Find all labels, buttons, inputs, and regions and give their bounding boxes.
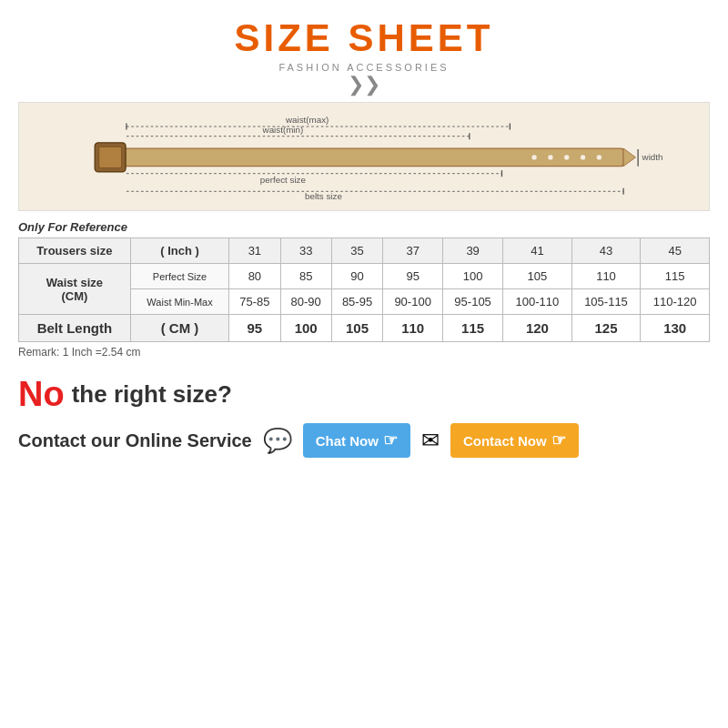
belt-diagram: width waist(max) waist(min) perfect size… [18,102,710,211]
bl-43: 125 [571,315,641,342]
wm-35: 85-95 [331,289,382,315]
hand-icon-contact: ☞ [551,430,566,450]
chevron-icon: ❯❯ [348,75,380,95]
col-33: 33 [280,238,331,264]
col-37: 37 [383,238,443,264]
ps-39: 100 [443,264,503,289]
right-size-text: the right size? [72,380,232,409]
wm-39: 95-105 [443,289,503,315]
wm-43: 105-115 [571,289,641,315]
ps-45: 115 [641,264,710,289]
page-title: SIZE SHEET [234,16,493,60]
ps-31: 80 [229,264,280,289]
contact-now-button[interactable]: Contact Now ☞ [450,423,579,458]
bl-41: 120 [503,315,572,342]
col-41: 41 [503,238,572,264]
col-31: 31 [229,238,280,264]
svg-text:perfect size: perfect size [260,175,307,185]
remark-text: Remark: 1 Inch =2.54 cm [18,346,710,359]
size-table: Trousers size ( Inch ) 31 33 35 37 39 41… [18,238,710,342]
chat-now-button[interactable]: Chat Now ☞ [303,423,410,458]
wm-33: 80-90 [280,289,331,315]
col-35: 35 [331,238,382,264]
ps-35: 90 [331,264,382,289]
chat-now-label: Chat Now [316,433,379,449]
subtitle: FASHION ACCESSORIES [278,62,449,73]
belt-length-label: Belt Length [19,315,131,342]
waist-minmax-label: Waist Min-Max [130,289,228,315]
bl-35: 105 [331,315,382,342]
chat-icon: 💬 [263,427,292,455]
no-label: No [18,375,65,414]
svg-point-3 [531,155,536,159]
svg-rect-0 [96,148,623,167]
wm-37: 90-100 [383,289,443,315]
no-right-size-section: No the right size? [18,375,710,414]
bl-45: 130 [641,315,710,342]
mail-icon: ✉ [421,428,440,453]
wm-31: 75-85 [229,289,280,315]
wm-41: 100-110 [503,289,572,315]
waist-size-label: Waist size(CM) [19,264,131,315]
bl-37: 110 [383,315,443,342]
svg-point-5 [564,155,569,159]
contact-label: Contact our Online Service [18,430,252,451]
hand-icon-chat: ☞ [383,430,398,450]
svg-point-7 [597,155,602,159]
svg-marker-8 [623,148,635,167]
ps-43: 110 [571,264,641,289]
belt-cm-unit: ( CM ) [130,315,228,342]
contact-now-label: Contact Now [463,433,547,449]
trousers-size-header: Trousers size [19,238,131,264]
ps-41: 105 [503,264,572,289]
svg-text:width: width [642,152,663,162]
only-ref-label: Only For Reference [18,220,710,234]
svg-text:waist(min): waist(min) [262,125,304,135]
contact-row: Contact our Online Service 💬 Chat Now ☞ … [18,423,710,458]
svg-rect-2 [99,147,122,167]
wm-45: 110-120 [641,289,710,315]
ps-33: 85 [280,264,331,289]
inch-unit-header: ( Inch ) [130,238,228,264]
col-45: 45 [641,238,710,264]
col-39: 39 [443,238,503,264]
bl-39: 115 [443,315,503,342]
svg-text:belts size: belts size [305,191,342,201]
bl-33: 100 [280,315,331,342]
svg-point-4 [548,155,552,159]
ps-37: 95 [383,264,443,289]
svg-point-6 [581,155,585,159]
col-43: 43 [571,238,641,264]
svg-text:waist(max): waist(max) [285,115,329,125]
perfect-size-label: Perfect Size [130,264,228,289]
bl-31: 95 [229,315,280,342]
